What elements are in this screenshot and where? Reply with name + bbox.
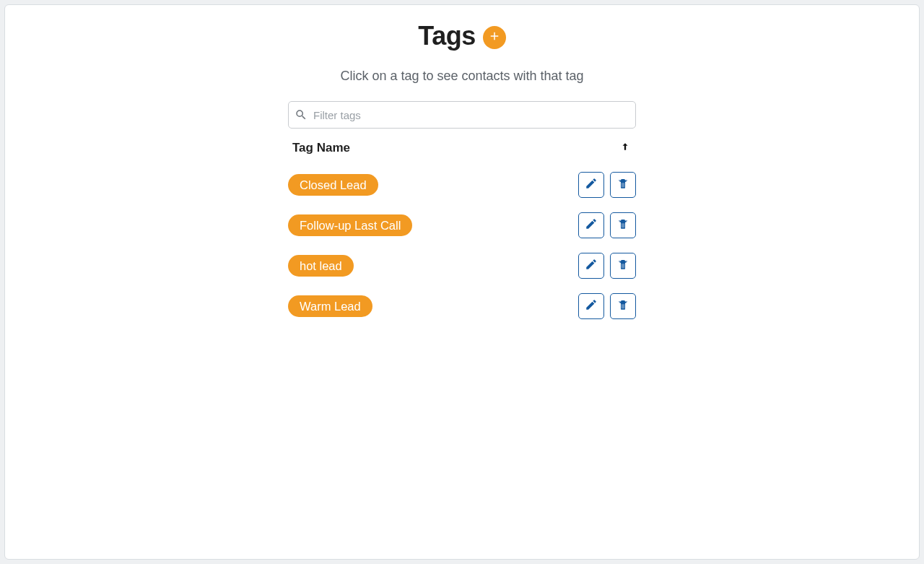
- filter-tags-input[interactable]: [288, 101, 636, 129]
- column-header-row: Tag Name: [288, 129, 636, 165]
- edit-tag-button[interactable]: [578, 172, 604, 198]
- delete-tag-button[interactable]: [610, 293, 636, 319]
- tag-pill[interactable]: Closed Lead: [288, 174, 378, 196]
- page-header: Tags: [5, 21, 919, 51]
- tag-actions: [578, 212, 636, 238]
- plus-icon: [488, 30, 501, 45]
- content-area: Tag Name Closed LeadFollow-up Last Callh…: [288, 101, 636, 326]
- tag-pill[interactable]: hot lead: [288, 255, 354, 277]
- tag-actions: [578, 172, 636, 198]
- tag-actions: [578, 253, 636, 279]
- tag-row: Warm Lead: [288, 286, 636, 326]
- trash-icon: [616, 177, 629, 193]
- page-title: Tags: [418, 21, 475, 51]
- column-header-tag-name[interactable]: Tag Name: [292, 141, 350, 155]
- pencil-icon: [585, 177, 598, 193]
- edit-tag-button[interactable]: [578, 253, 604, 279]
- filter-wrapper: [288, 101, 636, 129]
- tags-page: Tags Click on a tag to see contacts with…: [4, 4, 920, 560]
- delete-tag-button[interactable]: [610, 253, 636, 279]
- tag-actions: [578, 293, 636, 319]
- delete-tag-button[interactable]: [610, 172, 636, 198]
- trash-icon: [616, 217, 629, 233]
- pencil-icon: [585, 217, 598, 233]
- tag-pill[interactable]: Warm Lead: [288, 295, 372, 318]
- arrow-up-icon: [620, 143, 630, 155]
- page-subtitle: Click on a tag to see contacts with that…: [5, 69, 919, 84]
- tag-rows: Closed LeadFollow-up Last Callhot leadWa…: [288, 165, 636, 326]
- delete-tag-button[interactable]: [610, 212, 636, 238]
- tag-pill[interactable]: Follow-up Last Call: [288, 214, 412, 237]
- pencil-icon: [585, 298, 598, 314]
- pencil-icon: [585, 258, 598, 274]
- edit-tag-button[interactable]: [578, 293, 604, 319]
- sort-button[interactable]: [619, 139, 632, 157]
- trash-icon: [616, 298, 629, 314]
- edit-tag-button[interactable]: [578, 212, 604, 238]
- trash-icon: [616, 258, 629, 274]
- add-tag-button[interactable]: [483, 26, 506, 49]
- tag-row: Closed Lead: [288, 165, 636, 205]
- tag-row: hot lead: [288, 246, 636, 286]
- tag-row: Follow-up Last Call: [288, 205, 636, 246]
